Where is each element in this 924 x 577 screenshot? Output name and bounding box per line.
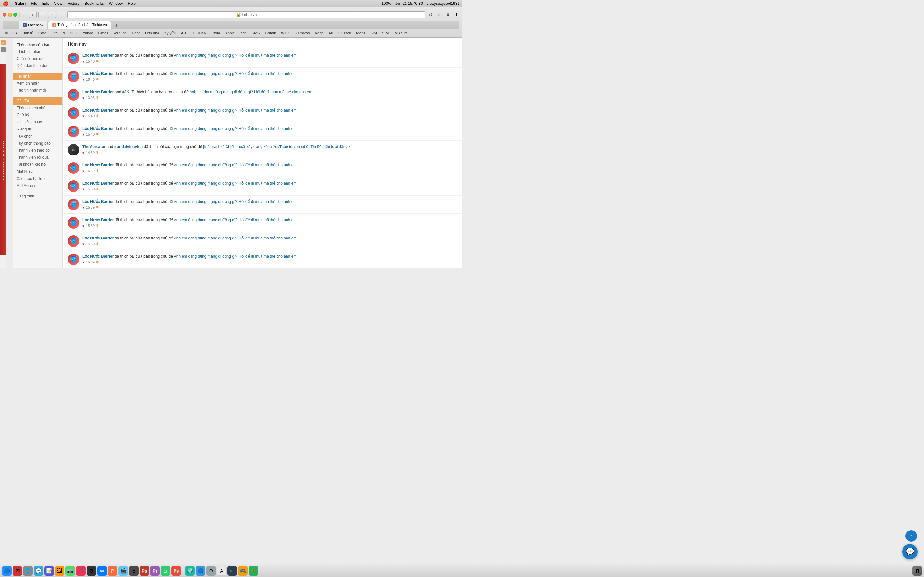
apple-menu[interactable]: 🍎 (3, 1, 9, 6)
bookmark-flickr[interactable]: FLICKR (191, 31, 209, 35)
menu-history[interactable]: History (67, 1, 79, 6)
bookmark-fb[interactable]: FB (10, 31, 19, 35)
user-link[interactable]: Lọc Nước Barrier (82, 163, 113, 167)
bookmark-yahoo[interactable]: Yahoo (81, 31, 95, 35)
menu-safari[interactable]: Safari (15, 1, 26, 6)
sidebar-item-tuychon[interactable]: Tùy chọn (13, 133, 62, 140)
topic-link[interactable]: Anh em đang dùng mạng di động gì? Hỏi để… (174, 108, 298, 113)
topic-link[interactable]: Anh em đang dùng mạng di động gì? Hỏi để… (174, 199, 298, 204)
bookmark-sms[interactable]: SMS (249, 31, 262, 35)
topic-link[interactable]: Anh em đang dùng mạng di động gì? Hỏi để… (174, 126, 298, 131)
tab-tinhte[interactable]: T Thông báo mới nhất | Tinhte.vn (48, 21, 111, 29)
bookmark-sim[interactable]: SIM (368, 31, 379, 35)
minimize-button[interactable] (8, 13, 12, 17)
bookmark-kyyeu[interactable]: Ký yếu (162, 30, 178, 36)
topic-link[interactable]: Anh em đang dùng mạng di động gì? Hỏi để… (174, 254, 298, 259)
share-page-button[interactable]: ⬆ (453, 11, 459, 18)
bookmark-donnha[interactable]: Đọn nhà (143, 30, 162, 36)
user-link[interactable]: Lọc Nước Barrier (82, 199, 113, 204)
bookmark-voz[interactable]: VOZ (68, 31, 80, 35)
notification-item[interactable]: 🪣 Lọc Nước Barrier đã thích bài của bạn … (63, 49, 462, 68)
sidebar-item-thongtin[interactable]: Thông tin cá nhân (13, 105, 62, 111)
menu-view[interactable]: View (54, 1, 62, 6)
user-link[interactable]: Lọc Nước Barrier (82, 126, 113, 131)
topic-link[interactable]: Anh em đang dùng mạng di động gì? Hỏi để… (174, 71, 298, 76)
bookmark-maps[interactable]: Maps (354, 31, 367, 35)
tab-overview[interactable]: ⊞ (58, 11, 65, 18)
notification-item[interactable]: 🪣 Lọc Nước Barrier đã thích bài của bạn … (63, 159, 462, 177)
notification-item[interactable]: 🪣 Lọc Nước Barrier đã thích bài của bạn … (63, 214, 462, 232)
share-button[interactable]: ↑ (48, 11, 56, 18)
user-link[interactable]: Lọc Nước Barrier (82, 218, 113, 222)
topic-link[interactable]: Anh em đang dùng mạng di động gì? Hỏi để… (174, 236, 298, 240)
bookmark-gphotos[interactable]: G.Photos (292, 31, 312, 35)
sidebar-item-chitietlienlac[interactable]: Chi tiết liên lạc (13, 119, 62, 126)
menu-file[interactable]: File (31, 1, 37, 6)
notification-item[interactable]: 🪣 Lọc Nước Barrier đã thích bài của bạn … (63, 250, 462, 268)
bookmark-aht[interactable]: AHT (179, 31, 191, 35)
bookmark-gear[interactable]: Gear (129, 31, 142, 35)
sidebar-item-taotinnhan[interactable]: Tạo tin nhắn mới (13, 87, 62, 94)
menu-window[interactable]: Window (109, 1, 123, 6)
notification-item[interactable]: 🪣 Lọc Nước Barrier đã thích bài của bạn … (63, 177, 462, 195)
bookmark-cafe[interactable]: Cafe (36, 31, 48, 35)
topic-link[interactable]: [Infographic] Chiến thuật xây dựng kênh … (203, 145, 352, 149)
sidebar-item-xemtinnhan[interactable]: Xem tin nhắn (13, 80, 62, 87)
sidebar-item-thanhvientheodoi[interactable]: Thành viên theo dõi (13, 147, 62, 154)
bookmark-sim2[interactable]: SIM' (380, 31, 392, 35)
bookmark-mbsim[interactable]: MB.Sim (392, 31, 409, 35)
bookmark-keep[interactable]: Keep (312, 31, 326, 35)
sidebar-item-taikhoan[interactable]: Tài khoản kết nối (13, 161, 62, 168)
sidebar-item-matkhau[interactable]: Mật khẩu (13, 168, 62, 175)
user-account[interactable]: crazysexycool1981 (427, 1, 459, 6)
user-link[interactable]: Lọc Nước Barrier (82, 236, 113, 240)
url-bar[interactable]: 🔒 tinhte.vn (67, 11, 425, 18)
bookmark-youtube[interactable]: Youtube (111, 31, 129, 35)
sidebar-item-xacthuc[interactable]: Xác thực hai lớp (13, 175, 62, 182)
back-button[interactable]: ‹ (19, 11, 27, 18)
bookmark-icon[interactable]: icon (237, 31, 249, 35)
notification-item[interactable]: 🪣 Lọc Nước Barrier and #JK đã thích bài … (63, 86, 462, 104)
topic-link[interactable]: Anh em đang dùng mạng di động gì? Hỏi để… (190, 90, 313, 94)
sidebar-item-riengtu[interactable]: Riêng tư (13, 126, 62, 133)
notification-item[interactable]: TM TheMercator and trandaivinhvinh đã th… (63, 141, 462, 159)
nav-icon-home[interactable]: ⌂ (1, 40, 6, 45)
forward-button[interactable]: › (29, 11, 37, 18)
sidebar-item-chude[interactable]: Chủ đề theo dõi (13, 55, 62, 62)
bookmark-phim[interactable]: Phim (210, 31, 222, 35)
downloads-button[interactable]: ⬇ (445, 11, 451, 18)
bookmark-otofun[interactable]: OtoFUN (49, 31, 67, 35)
notification-item[interactable]: 🪣 Lọc Nước Barrier đã thích bài của bạn … (63, 232, 462, 250)
sidebar-item-thanhvienboqoa[interactable]: Thành viên bỏ qua (13, 154, 62, 161)
user-link[interactable]: Lọc Nước Barrier (82, 181, 113, 185)
notification-item[interactable]: 🪣 Lọc Nước Barrier đã thích bài của bạn … (63, 195, 462, 214)
notification-item[interactable]: 🪣 Lọc Nước Barrier đã thích bài của bạn … (63, 122, 462, 141)
user-link[interactable]: Lọc Nước Barrier (82, 254, 113, 259)
sidebar-item-dangxuat[interactable]: Đăng xuất (13, 193, 62, 200)
user-link-2[interactable]: #JK (122, 90, 129, 94)
bookmark-aii[interactable]: Aii (326, 31, 335, 35)
bookmark-wtp[interactable]: WTP (279, 31, 292, 35)
user-link[interactable]: TheMercator (82, 145, 105, 149)
bookmark-apple[interactable]: Apple (223, 31, 237, 35)
sidebar-item-chuki[interactable]: Chữ ký (13, 111, 62, 119)
reload-button[interactable]: ↺ (427, 11, 434, 18)
topic-link[interactable]: Anh em đang dùng mạng di động gì? Hỏi để… (174, 218, 298, 222)
new-tab-button[interactable]: + (113, 22, 121, 29)
sidebar-item-diendan[interactable]: Diễn đàn theo dõi (13, 62, 62, 69)
home-button[interactable]: ⌂ (436, 11, 443, 18)
topic-link[interactable]: Anh em đang dùng mạng di động gì? Hỏi để… (174, 53, 298, 58)
sidebar-item-thich[interactable]: Thích đã nhận (13, 48, 62, 55)
bookmark-paltalk[interactable]: Paltalk (262, 31, 278, 35)
tab-facebook[interactable]: f Facebook (19, 21, 47, 29)
bookmark-tinhte[interactable]: Tinh tế (20, 30, 36, 36)
maximize-button[interactable] (13, 13, 17, 17)
sidebar-item-tuychonthongbao[interactable]: Tuỳ chọn thông báo (13, 140, 62, 147)
menu-help[interactable]: Help (128, 1, 136, 6)
user-link-2[interactable]: trandaivinhvinh (114, 145, 143, 149)
notification-item[interactable]: 🪣 Lọc Nước Barrier đã thích bài của bạn … (63, 68, 462, 86)
menu-edit[interactable]: Edit (42, 1, 49, 6)
menu-bookmarks[interactable]: Bookmarks (85, 1, 104, 6)
user-link[interactable]: Lọc Nước Barrier (82, 108, 113, 113)
user-link[interactable]: Lọc Nước Barrier (82, 71, 113, 76)
